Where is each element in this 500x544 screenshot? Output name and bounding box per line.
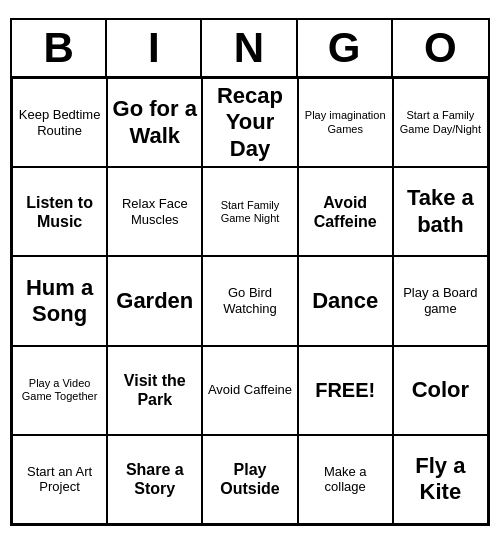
bingo-cell-10: Hum a Song — [12, 256, 107, 345]
header-letter-I: I — [107, 20, 202, 76]
bingo-cell-6: Relax Face Muscles — [107, 167, 202, 256]
bingo-cell-16: Visit the Park — [107, 346, 202, 435]
bingo-card: BINGO Keep Bedtime RoutineGo for a WalkR… — [10, 18, 490, 526]
bingo-cell-14: Play a Board game — [393, 256, 488, 345]
bingo-cell-15: Play a Video Game Together — [12, 346, 107, 435]
header-letter-B: B — [12, 20, 107, 76]
bingo-cell-19: Color — [393, 346, 488, 435]
bingo-cell-7: Start Family Game Night — [202, 167, 297, 256]
bingo-cell-5: Listen to Music — [12, 167, 107, 256]
bingo-cell-3: Play imagination Games — [298, 78, 393, 167]
bingo-cell-21: Share a Story — [107, 435, 202, 524]
bingo-cell-24: Fly a Kite — [393, 435, 488, 524]
bingo-cell-4: Start a Family Game Day/Night — [393, 78, 488, 167]
bingo-cell-23: Make a collage — [298, 435, 393, 524]
header-letter-G: G — [298, 20, 393, 76]
bingo-cell-1: Go for a Walk — [107, 78, 202, 167]
bingo-cell-13: Dance — [298, 256, 393, 345]
bingo-cell-8: Avoid Caffeine — [298, 167, 393, 256]
bingo-cell-22: Play Outside — [202, 435, 297, 524]
bingo-cell-12: Go Bird Watching — [202, 256, 297, 345]
header-letter-O: O — [393, 20, 488, 76]
bingo-cell-20: Start an Art Project — [12, 435, 107, 524]
bingo-cell-2: Recap Your Day — [202, 78, 297, 167]
bingo-cell-18: FREE! — [298, 346, 393, 435]
bingo-grid: Keep Bedtime RoutineGo for a WalkRecap Y… — [12, 78, 488, 524]
bingo-cell-11: Garden — [107, 256, 202, 345]
bingo-cell-0: Keep Bedtime Routine — [12, 78, 107, 167]
bingo-cell-9: Take a bath — [393, 167, 488, 256]
bingo-header: BINGO — [12, 20, 488, 78]
bingo-cell-17: Avoid Caffeine — [202, 346, 297, 435]
header-letter-N: N — [202, 20, 297, 76]
